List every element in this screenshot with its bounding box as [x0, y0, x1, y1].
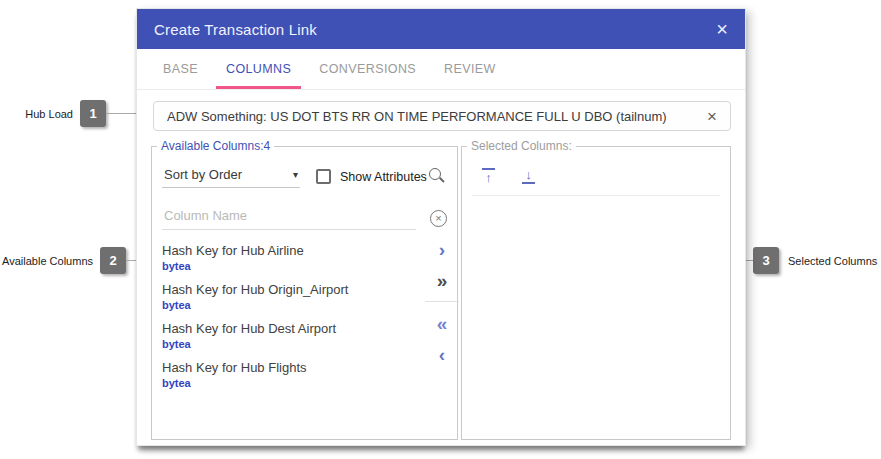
- chevron-right-icon: ›: [439, 239, 445, 260]
- annotation-badge: 2: [100, 247, 126, 274]
- create-transaction-link-dialog: Create Transaction Link × BASE COLUMNS C…: [136, 8, 746, 446]
- available-columns-panel: Available Columns:4 Sort by Order ▾ Show…: [151, 139, 458, 440]
- double-chevron-left-icon: «: [437, 313, 448, 334]
- column-filter-row: ×: [162, 205, 447, 230]
- clear-icon: ×: [707, 107, 717, 126]
- bottom-bar: [522, 182, 535, 184]
- list-item[interactable]: Hash Key for Hub Airline bytea: [152, 237, 457, 276]
- clear-filter-button[interactable]: ×: [430, 210, 447, 227]
- move-all-left-button[interactable]: «: [437, 311, 448, 335]
- sort-order-value: Sort by Order: [164, 167, 242, 182]
- show-attributes-label: Show Attributes: [340, 170, 427, 184]
- annotation-badge: 1: [80, 100, 106, 127]
- screen: Hub Load 1 Available Columns 2 3 Selecte…: [0, 0, 881, 459]
- column-name: Hash Key for Hub Origin_Airport: [162, 282, 447, 298]
- available-toolbar: Sort by Order ▾ Show Attributes: [162, 165, 447, 188]
- list-item[interactable]: Hash Key for Hub Origin_Airport bytea: [152, 276, 457, 315]
- double-chevron-right-icon: »: [437, 270, 448, 291]
- dialog-close-button[interactable]: ×: [716, 19, 728, 39]
- annotation-badge: 3: [753, 247, 779, 274]
- selected-toolbar: ↑ ↓: [482, 168, 730, 184]
- list-item[interactable]: Hash Key for Hub Flights bytea: [152, 354, 457, 393]
- move-to-bottom-button[interactable]: ↓: [522, 168, 535, 184]
- dialog-title: Create Transaction Link: [154, 21, 317, 38]
- move-to-top-button[interactable]: ↑: [482, 168, 495, 184]
- annotation-label: Hub Load: [25, 108, 73, 120]
- column-type: bytea: [162, 376, 447, 390]
- selected-panel-divider: [472, 195, 720, 196]
- annotation-label: Selected Columns: [788, 255, 877, 267]
- hub-load-clear-button[interactable]: ×: [707, 108, 717, 125]
- transfer-divider: [425, 301, 459, 302]
- transfer-controls: › » « ‹: [427, 237, 457, 373]
- tab-review[interactable]: REVIEW: [434, 49, 506, 89]
- search-icon: [429, 168, 441, 180]
- circled-x-icon: ×: [430, 210, 447, 227]
- column-name: Hash Key for Hub Flights: [162, 360, 447, 376]
- show-attributes-checkbox[interactable]: [316, 169, 331, 184]
- column-type: bytea: [162, 259, 447, 273]
- sort-order-select[interactable]: Sort by Order ▾: [162, 165, 300, 188]
- arrow-down-to-bottom-icon: ↓: [525, 168, 532, 181]
- move-right-button[interactable]: ›: [439, 237, 445, 261]
- tab-base[interactable]: BASE: [153, 49, 208, 89]
- selected-columns-panel: Selected Columns: ↑ ↓: [461, 139, 731, 440]
- available-columns-legend: Available Columns:4: [157, 139, 274, 153]
- annotation-available-columns: Available Columns 2: [0, 247, 150, 274]
- chevron-down-icon: ▾: [293, 169, 298, 180]
- close-icon: ×: [716, 18, 728, 40]
- arrow-up-to-top-icon: ↑: [485, 171, 492, 184]
- hub-load-field[interactable]: ADW Something: US DOT BTS RR ON TIME PER…: [153, 101, 731, 131]
- tab-columns[interactable]: COLUMNS: [216, 49, 301, 89]
- column-type: bytea: [162, 298, 447, 312]
- annotation-hub-load: Hub Load 1: [0, 100, 152, 127]
- tab-conversions[interactable]: CONVERSIONS: [309, 49, 426, 89]
- tab-bar: BASE COLUMNS CONVERSIONS REVIEW: [137, 49, 745, 90]
- search-button[interactable]: [427, 167, 447, 187]
- move-all-right-button[interactable]: »: [437, 268, 448, 292]
- annotation-label: Available Columns: [2, 255, 93, 267]
- selected-columns-legend: Selected Columns:: [467, 139, 576, 153]
- available-columns-list: Hash Key for Hub Airline bytea Hash Key …: [152, 237, 457, 393]
- dialog-header: Create Transaction Link ×: [137, 9, 745, 49]
- column-type: bytea: [162, 337, 447, 351]
- list-item[interactable]: Hash Key for Hub Dest Airport bytea: [152, 315, 457, 354]
- annotation-selected-columns: 3 Selected Columns: [730, 247, 877, 274]
- hub-load-value: ADW Something: US DOT BTS RR ON TIME PER…: [167, 109, 667, 124]
- column-name: Hash Key for Hub Airline: [162, 243, 447, 259]
- chevron-left-icon: ‹: [439, 344, 445, 365]
- move-left-button[interactable]: ‹: [439, 342, 445, 366]
- column-name: Hash Key for Hub Dest Airport: [162, 321, 447, 337]
- column-name-input[interactable]: [162, 205, 416, 230]
